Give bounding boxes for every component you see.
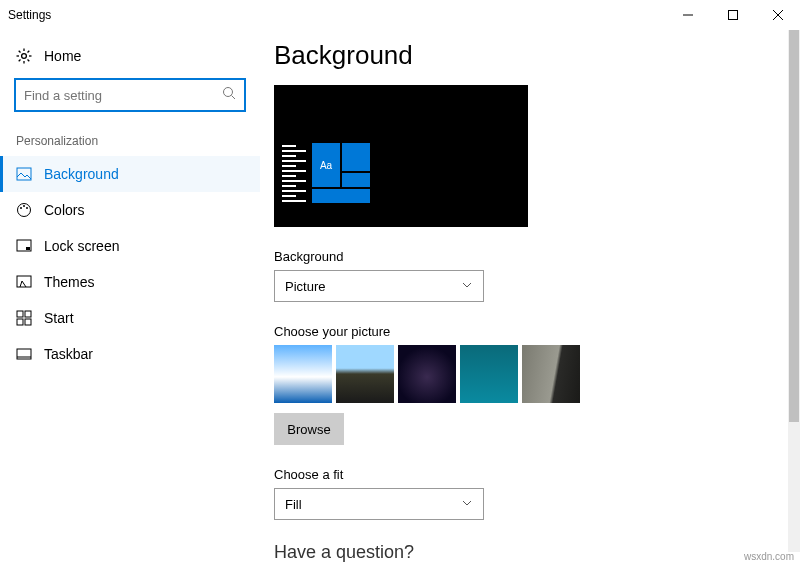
nav-item-taskbar[interactable]: Taskbar bbox=[0, 336, 260, 372]
svg-rect-15 bbox=[17, 168, 31, 180]
dropdown-value: Picture bbox=[285, 279, 325, 294]
svg-line-11 bbox=[28, 51, 30, 53]
svg-line-12 bbox=[19, 60, 21, 62]
nav-item-start[interactable]: Start bbox=[0, 300, 260, 336]
preview-tile-aa: Aa bbox=[312, 143, 340, 187]
svg-point-19 bbox=[26, 207, 28, 209]
picture-thumb-2[interactable] bbox=[336, 345, 394, 403]
picture-thumb-5[interactable] bbox=[522, 345, 580, 403]
svg-point-18 bbox=[23, 205, 25, 207]
search-input[interactable] bbox=[24, 88, 222, 103]
svg-point-4 bbox=[22, 54, 27, 59]
nav-label: Background bbox=[44, 166, 119, 182]
themes-icon bbox=[16, 274, 32, 290]
nav-item-colors[interactable]: Colors bbox=[0, 192, 260, 228]
browse-button[interactable]: Browse bbox=[274, 413, 344, 445]
background-label: Background bbox=[274, 249, 790, 264]
start-icon bbox=[16, 310, 32, 326]
desktop-preview: Aa bbox=[274, 85, 528, 227]
window-title: Settings bbox=[8, 8, 51, 22]
svg-rect-26 bbox=[25, 319, 31, 325]
section-label: Personalization bbox=[0, 130, 260, 156]
svg-rect-1 bbox=[728, 11, 737, 20]
chevron-down-icon bbox=[461, 279, 473, 294]
nav-label: Colors bbox=[44, 202, 84, 218]
main-panel: Background Aa Background Picture Choose … bbox=[260, 30, 800, 564]
picture-thumb-3[interactable] bbox=[398, 345, 456, 403]
picture-thumbnails bbox=[274, 345, 790, 403]
palette-icon bbox=[16, 202, 32, 218]
home-button[interactable]: Home bbox=[0, 42, 260, 70]
search-box[interactable] bbox=[14, 78, 246, 112]
svg-line-9 bbox=[19, 51, 21, 53]
svg-rect-24 bbox=[25, 311, 31, 317]
svg-rect-22 bbox=[17, 276, 31, 287]
nav-item-background[interactable]: Background bbox=[0, 156, 260, 192]
choose-picture-label: Choose your picture bbox=[274, 324, 790, 339]
nav-label: Lock screen bbox=[44, 238, 119, 254]
svg-line-14 bbox=[232, 96, 236, 100]
nav-item-themes[interactable]: Themes bbox=[0, 264, 260, 300]
svg-rect-25 bbox=[17, 319, 23, 325]
scrollbar-thumb[interactable] bbox=[789, 30, 799, 422]
nav-label: Themes bbox=[44, 274, 95, 290]
scrollbar[interactable] bbox=[788, 30, 800, 552]
nav-item-lockscreen[interactable]: Lock screen bbox=[0, 228, 260, 264]
question-heading: Have a question? bbox=[274, 542, 790, 563]
home-label: Home bbox=[44, 48, 81, 64]
watermark: wsxdn.com bbox=[744, 551, 794, 562]
close-button[interactable] bbox=[755, 0, 800, 30]
svg-point-17 bbox=[20, 207, 22, 209]
svg-rect-23 bbox=[17, 311, 23, 317]
lockscreen-icon bbox=[16, 238, 32, 254]
maximize-button[interactable] bbox=[710, 0, 755, 30]
picture-thumb-4[interactable] bbox=[460, 345, 518, 403]
sidebar: Home Personalization Background Colors L… bbox=[0, 30, 260, 564]
gear-icon bbox=[16, 48, 32, 64]
background-dropdown[interactable]: Picture bbox=[274, 270, 484, 302]
search-icon bbox=[222, 86, 236, 104]
picture-thumb-1[interactable] bbox=[274, 345, 332, 403]
nav-label: Start bbox=[44, 310, 74, 326]
fit-label: Choose a fit bbox=[274, 467, 790, 482]
window-controls bbox=[665, 0, 800, 30]
page-title: Background bbox=[274, 40, 790, 71]
taskbar-icon bbox=[16, 346, 32, 362]
preview-start-list bbox=[282, 143, 306, 203]
svg-point-13 bbox=[224, 88, 233, 97]
minimize-button[interactable] bbox=[665, 0, 710, 30]
preview-tiles: Aa bbox=[312, 143, 370, 203]
fit-dropdown[interactable]: Fill bbox=[274, 488, 484, 520]
picture-icon bbox=[16, 166, 32, 182]
dropdown-value: Fill bbox=[285, 497, 302, 512]
chevron-down-icon bbox=[461, 497, 473, 512]
nav-label: Taskbar bbox=[44, 346, 93, 362]
svg-line-10 bbox=[28, 60, 30, 62]
svg-rect-21 bbox=[26, 247, 30, 250]
